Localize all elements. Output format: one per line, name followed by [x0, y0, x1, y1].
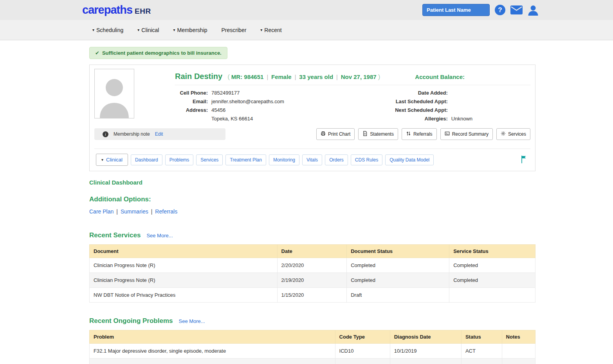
address-line2: Topeka, KS 66614	[211, 115, 253, 123]
tab-problems[interactable]: Problems	[165, 154, 194, 165]
nav-item-label: Membership	[177, 27, 207, 33]
tab-monitoring[interactable]: Monitoring	[269, 154, 299, 165]
cell-date: 2/20/2020	[277, 258, 347, 273]
page-content: ✔Sufficient patient demographics to bill…	[89, 40, 535, 364]
cell-date: 2/19/2020	[277, 273, 347, 288]
paren: (	[227, 73, 230, 81]
tab-orders[interactable]: Orders	[325, 154, 348, 165]
recent-problems-header: Recent Ongoing Problems See More...	[89, 317, 535, 325]
alert-message: Sufficient patient demographics to bill …	[102, 50, 222, 56]
cell-notes	[502, 359, 535, 364]
patient-avatar	[94, 69, 134, 118]
column-header-notes: Notes	[502, 330, 535, 344]
column-header-service-status: Service Status	[449, 245, 535, 258]
summaries-link[interactable]: Summaries	[121, 208, 148, 215]
recent-problems-title: Recent Ongoing Problems	[89, 317, 173, 325]
record-summary-label: Record Summary	[452, 131, 489, 137]
nav-item-label: Clinical	[141, 27, 159, 33]
patient-search-input[interactable]	[422, 4, 490, 16]
table-row: NW DBT Notice of Privacy Practices 1/15/…	[90, 288, 535, 303]
column-header-code-type: Code Type	[335, 330, 390, 344]
record-summary-button[interactable]: Record Summary	[440, 128, 493, 140]
column-header-status: Status	[461, 330, 502, 344]
app-logo: carepaths EHR	[82, 4, 151, 16]
clinical-menu-button[interactable]: ▾ Clinical	[96, 154, 128, 166]
nav-item-membership[interactable]: ▾ Membership	[173, 27, 207, 33]
print-chart-button[interactable]: Print Chart	[316, 128, 355, 140]
tab-dashboard[interactable]: Dashboard	[131, 154, 162, 165]
tab-cds-rules[interactable]: CDS Rules	[351, 154, 382, 165]
membership-note-bar: i Membership note Edit	[94, 128, 225, 140]
recent-services-header: Recent Services See More...	[89, 231, 535, 239]
tab-vitals[interactable]: Vitals	[302, 154, 322, 165]
cell-problem: F32.1 Major depressive disorder, single …	[90, 344, 335, 359]
clinical-tab-bar: ▾ Clinical Dashboard Problems Services T…	[94, 149, 530, 171]
tab-treatment-plan[interactable]: Treatment Plan	[225, 154, 266, 165]
address-label: Address:	[175, 106, 208, 123]
nav-item-label: Prescriber	[222, 27, 247, 33]
transfer-arrows-icon	[406, 131, 411, 137]
patient-name: Rain Destiny	[175, 72, 222, 81]
chevron-down-icon: ▾	[173, 28, 175, 32]
nav-item-clinical[interactable]: ▾ Clinical	[137, 27, 159, 33]
recent-problems-table: Problem Code Type Diagnosis Date Status …	[89, 330, 535, 364]
cell-phone-label: Cell Phone:	[175, 89, 208, 97]
chevron-down-icon: ▾	[260, 28, 262, 32]
cell-document: NW DBT Notice of Privacy Practices	[90, 288, 278, 303]
allergies-value: Unknown	[451, 115, 472, 123]
patient-action-buttons: Print Chart Statements Referrals Record …	[316, 128, 530, 140]
mail-icon[interactable]	[510, 5, 523, 14]
user-icon[interactable]	[528, 5, 539, 16]
column-header-date: Date	[277, 245, 347, 258]
statements-button[interactable]: Statements	[358, 128, 398, 140]
info-icon: i	[103, 131, 108, 137]
nav-item-scheduling[interactable]: ▾ Scheduling	[92, 27, 123, 33]
recent-problems-see-more-link[interactable]: See More...	[178, 318, 205, 324]
chevron-down-icon: ▾	[92, 28, 94, 32]
cell-date: 1/15/2020	[277, 288, 347, 303]
flag-icon[interactable]	[521, 155, 526, 165]
separator: |	[151, 208, 153, 215]
tab-quality-data-model[interactable]: Quality Data Model	[385, 154, 434, 165]
address-line1: 45456	[211, 106, 253, 115]
table-header-row: Problem Code Type Diagnosis Date Status …	[90, 330, 535, 344]
last-appt-label: Last Scheduled Appt:	[374, 97, 448, 106]
demographics-success-alert: ✔Sufficient patient demographics to bill…	[89, 47, 227, 59]
referrals-link[interactable]: Referrals	[155, 208, 177, 215]
column-header-document-status: Document Status	[347, 245, 449, 258]
table-row: F34.1 Dysthymic disorder ICD10 3/1/2018 …	[90, 359, 535, 364]
membership-note-edit-link[interactable]: Edit	[155, 131, 163, 137]
print-chart-label: Print Chart	[328, 131, 350, 137]
app-header: carepaths EHR ?	[0, 0, 613, 20]
cell-status: ACT	[461, 344, 502, 359]
separator: |	[333, 74, 341, 80]
nav-item-label: Recent	[264, 27, 281, 33]
nav-item-prescriber[interactable]: Prescriber	[222, 27, 247, 33]
cell-service-status: Completed	[449, 273, 535, 288]
recent-services-see-more-link[interactable]: See More...	[146, 233, 173, 238]
nav-item-recent[interactable]: ▾ Recent	[260, 27, 281, 33]
clinical-dashboard-title: Clinical Dashboard	[89, 179, 535, 186]
patient-summary-card: Rain Destiny ( MR: 984651 | Female | 33 …	[89, 65, 535, 171]
services-button[interactable]: Services	[496, 128, 530, 140]
patient-details: Cell Phone: 7852499177 Email: jennifer.s…	[175, 85, 530, 123]
cell-notes	[502, 344, 535, 359]
tab-services[interactable]: Services	[196, 154, 223, 165]
services-label: Services	[508, 131, 526, 137]
separator: |	[263, 74, 271, 80]
column-header-document: Document	[90, 245, 278, 258]
table-header-row: Document Date Document Status Service St…	[90, 245, 535, 258]
cell-service-status	[449, 288, 535, 303]
separator: |	[116, 208, 118, 215]
additional-options-links: Care Plan|Summaries|Referrals	[89, 208, 535, 215]
cell-document: Clinician Progress Note (R)	[90, 258, 278, 273]
separator: |	[292, 74, 299, 80]
referrals-button[interactable]: Referrals	[402, 128, 437, 140]
table-row: F32.1 Major depressive disorder, single …	[90, 344, 535, 359]
table-row: Clinician Progress Note (R) 2/20/2020 Co…	[90, 258, 535, 273]
clinical-menu-label: Clinical	[106, 157, 123, 163]
cell-code-type: ICD10	[335, 344, 390, 359]
main-nav: ▾ Scheduling ▾ Clinical ▾ Membership Pre…	[0, 20, 613, 40]
help-icon[interactable]: ?	[495, 5, 505, 15]
care-plan-link[interactable]: Care Plan	[89, 208, 114, 215]
